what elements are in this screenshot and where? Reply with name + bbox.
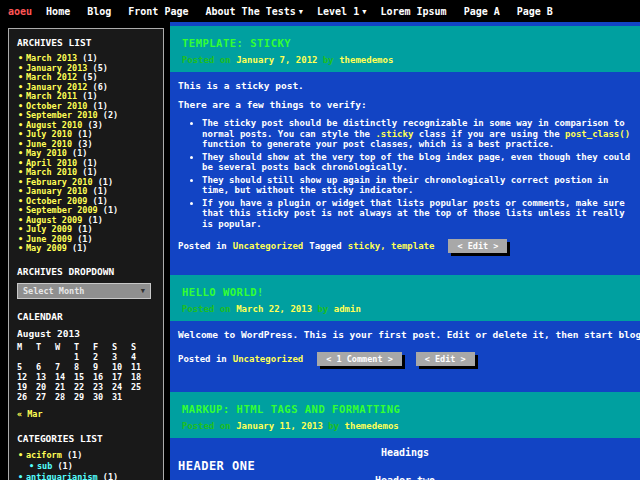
nav-item[interactable]: Page A [464, 6, 503, 17]
post-date-link[interactable]: January 7, 2012 [236, 55, 317, 65]
archive-link[interactable]: June 2009 [26, 234, 72, 244]
edit-button[interactable]: < Edit > [448, 239, 507, 253]
calendar-day: 10 [112, 362, 131, 372]
calendar-day: 19 [17, 382, 36, 392]
category-link[interactable]: Uncategorized [233, 354, 303, 364]
calendar-day: 25 [131, 382, 150, 392]
archive-link[interactable]: April 2010 [26, 158, 77, 168]
archives-dropdown-select[interactable]: Select Month ▼ [17, 283, 151, 299]
archive-count: (2) [103, 110, 118, 120]
archive-link[interactable]: February 2010 [26, 177, 93, 187]
calendar-days: 1234567891011121314151617181920212223242… [17, 352, 155, 402]
by-label: by [317, 304, 328, 314]
post-author-link[interactable]: admin [334, 304, 361, 314]
post-hello-world: HELLO WORLD! Posted on March 22, 2013 by… [170, 275, 640, 376]
inline-code: .sticky [375, 129, 413, 139]
calendar-day: 23 [93, 382, 112, 392]
calendar-widget: August 2013 MTWTFSS 12345678910111213141… [17, 328, 155, 421]
archive-link[interactable]: March 2012 [26, 72, 77, 82]
nav-item[interactable]: Lorem Ipsum [380, 6, 449, 17]
archive-link[interactable]: May 2009 [26, 243, 67, 253]
archive-count: (1) [87, 215, 102, 225]
archive-item: May 2009 (1) [17, 244, 155, 254]
calendar-day: 1 [74, 352, 93, 362]
post-title-link[interactable]: TEMPLATE: STICKY [182, 37, 291, 49]
archive-count: (1) [77, 224, 92, 234]
comment-button[interactable]: < 1 Comment > [317, 352, 402, 366]
calendar-day-header: T [36, 342, 55, 352]
calendar-day: 11 [131, 362, 150, 372]
archive-link[interactable]: March 2010 [26, 167, 77, 177]
category-link[interactable]: Uncategorized [233, 241, 303, 251]
by-label: by [328, 421, 339, 431]
list-item: If you have a plugin or widget that list… [202, 198, 636, 230]
post-meta: Posted on January 11, 2013 by themedemos [182, 421, 628, 431]
calendar-day-header: F [93, 342, 112, 352]
archive-link[interactable]: August 2010 [26, 120, 82, 130]
categories-list: aciform (1) sub (1) antiquarianism (1) a… [17, 450, 155, 480]
post-author-link[interactable]: themedemos [339, 55, 393, 65]
calendar-day-header: S [131, 342, 150, 352]
posted-in-label: Posted in [178, 354, 227, 364]
archive-link[interactable]: October 2010 [26, 101, 87, 111]
archive-count: (1) [93, 101, 108, 111]
nav-item[interactable]: Front Page [128, 6, 191, 17]
tag-links[interactable]: sticky, template [348, 241, 435, 251]
calendar-day: 20 [36, 382, 55, 392]
nav-item-label: Lorem Ipsum [380, 6, 446, 17]
calendar-day: 26 [17, 392, 36, 402]
paragraph: There are a few things to verify: [178, 99, 636, 111]
post-date-link[interactable]: January 11, 2013 [236, 421, 323, 431]
site-logo[interactable]: aoeu [8, 6, 32, 17]
category-link[interactable]: antiquarianism [26, 472, 98, 480]
header-one: HEADER ONE [178, 461, 632, 472]
nav-item[interactable]: Level 1▼ [317, 6, 366, 17]
nav-item[interactable]: Page B [517, 6, 556, 17]
post-template-sticky: TEMPLATE: STICKY Posted on January 7, 20… [170, 26, 640, 263]
post-title-link[interactable]: MARKUP: HTML TAGS AND FORMATTING [182, 403, 400, 415]
archive-link[interactable]: January 2010 [26, 186, 87, 196]
post-body: Welcome to WordPress. This is your first… [170, 321, 640, 341]
archive-link[interactable]: January 2012 [26, 82, 87, 92]
post-date-link[interactable]: March 22, 2013 [236, 304, 312, 314]
archive-count: (1) [93, 186, 108, 196]
nav-item[interactable]: About The Tests▼ [206, 6, 304, 17]
category-link[interactable]: sub [37, 461, 52, 471]
calendar-day: 30 [93, 392, 112, 402]
list-item: The sticky post should be distinctly rec… [202, 118, 636, 150]
calendar-day-header: W [55, 342, 74, 352]
archive-count: (1) [72, 243, 87, 253]
posted-on-label: Posted on [182, 304, 231, 314]
post-header: MARKUP: HTML TAGS AND FORMATTING Posted … [170, 392, 640, 438]
post-title-link[interactable]: HELLO WORLD! [182, 286, 264, 298]
archive-link[interactable]: July 2009 [26, 224, 72, 234]
archive-link[interactable]: August 2009 [26, 215, 82, 225]
nav-item[interactable]: Home [46, 6, 73, 17]
archive-link[interactable]: October 2009 [26, 196, 87, 206]
archive-link[interactable]: September 2010 [26, 110, 98, 120]
category-link[interactable]: aciform [26, 450, 62, 460]
paragraph: This is a sticky post. [178, 80, 636, 92]
nav-item-label: Front Page [128, 6, 188, 17]
post-author-link[interactable]: themedemos [345, 421, 399, 431]
archive-count: (1) [82, 53, 97, 63]
archive-count: (1) [72, 148, 87, 158]
calendar-day: 5 [17, 362, 36, 372]
archive-link[interactable]: May 2010 [26, 148, 67, 158]
archive-link[interactable]: September 2009 [26, 205, 98, 215]
content-list: The sticky post should be distinctly rec… [202, 118, 636, 229]
archive-link[interactable]: March 2011 [26, 91, 77, 101]
edit-button[interactable]: < Edit > [416, 352, 475, 366]
calendar-day: 4 [131, 352, 150, 362]
calendar-day: 15 [74, 372, 93, 382]
archive-link[interactable]: January 2013 [26, 63, 87, 73]
archive-link[interactable]: March 2013 [26, 53, 77, 63]
category-count: (1) [67, 450, 82, 460]
archive-count: (1) [82, 158, 97, 168]
nav-item[interactable]: Blog [87, 6, 114, 17]
archive-link[interactable]: June 2010 [26, 139, 72, 149]
archive-link[interactable]: July 2010 [26, 129, 72, 139]
select-arrow-icon: ▼ [141, 287, 145, 295]
sidebar: ARCHIVES LIST March 2013 (1) January 201… [8, 28, 164, 480]
calendar-prev-month-link[interactable]: « Mar [17, 409, 43, 419]
